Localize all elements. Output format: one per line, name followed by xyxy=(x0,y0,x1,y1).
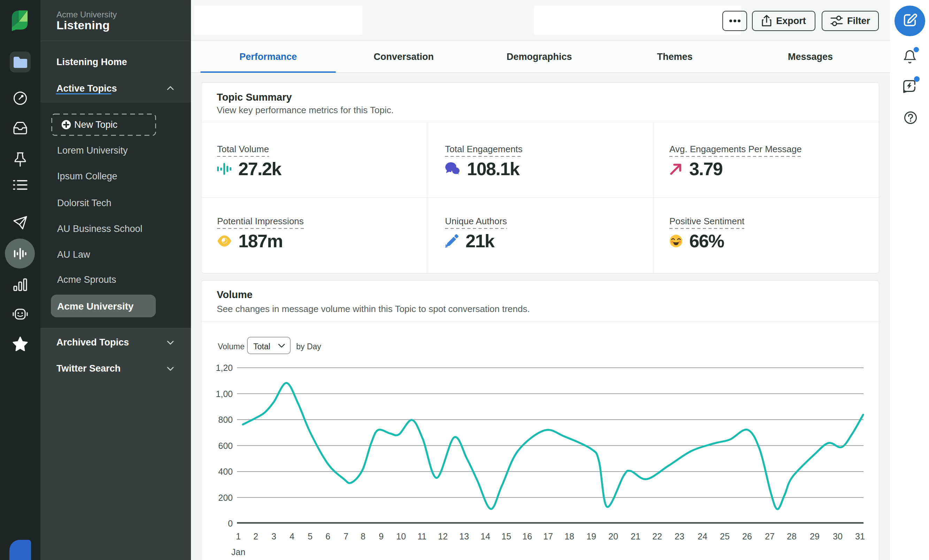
svg-text:16: 16 xyxy=(522,531,532,541)
svg-text:29: 29 xyxy=(810,531,820,541)
svg-text:4: 4 xyxy=(290,531,294,541)
svg-text:10: 10 xyxy=(396,531,406,541)
svg-text:2: 2 xyxy=(253,531,258,541)
svg-text:Jan: Jan xyxy=(231,547,245,557)
svg-text:3: 3 xyxy=(271,531,276,541)
svg-text:7: 7 xyxy=(343,531,348,541)
svg-text:1,20: 1,20 xyxy=(216,363,233,373)
svg-text:6: 6 xyxy=(325,531,330,541)
svg-text:0: 0 xyxy=(228,519,233,528)
svg-text:26: 26 xyxy=(742,531,752,541)
svg-text:8: 8 xyxy=(361,531,366,541)
svg-text:28: 28 xyxy=(787,531,797,541)
svg-text:12: 12 xyxy=(438,531,448,541)
svg-text:200: 200 xyxy=(218,493,233,503)
svg-text:30: 30 xyxy=(833,531,843,541)
svg-text:21: 21 xyxy=(631,531,641,541)
svg-text:22: 22 xyxy=(652,531,662,541)
svg-text:19: 19 xyxy=(586,531,596,541)
svg-text:24: 24 xyxy=(698,531,707,541)
svg-text:1,00: 1,00 xyxy=(216,389,233,399)
svg-text:14: 14 xyxy=(481,531,490,541)
svg-text:17: 17 xyxy=(543,531,553,541)
svg-text:27: 27 xyxy=(765,531,775,541)
svg-text:400: 400 xyxy=(218,467,233,476)
svg-text:31: 31 xyxy=(855,531,865,541)
svg-text:5: 5 xyxy=(308,531,313,541)
svg-text:25: 25 xyxy=(720,531,730,541)
svg-text:800: 800 xyxy=(218,415,233,425)
svg-text:600: 600 xyxy=(218,441,233,451)
svg-text:20: 20 xyxy=(609,531,618,541)
svg-text:13: 13 xyxy=(459,531,469,541)
svg-text:23: 23 xyxy=(675,531,684,541)
svg-text:15: 15 xyxy=(501,531,511,541)
svg-text:11: 11 xyxy=(417,531,426,541)
svg-text:18: 18 xyxy=(564,531,574,541)
svg-text:9: 9 xyxy=(379,531,384,541)
svg-text:1: 1 xyxy=(236,531,241,541)
